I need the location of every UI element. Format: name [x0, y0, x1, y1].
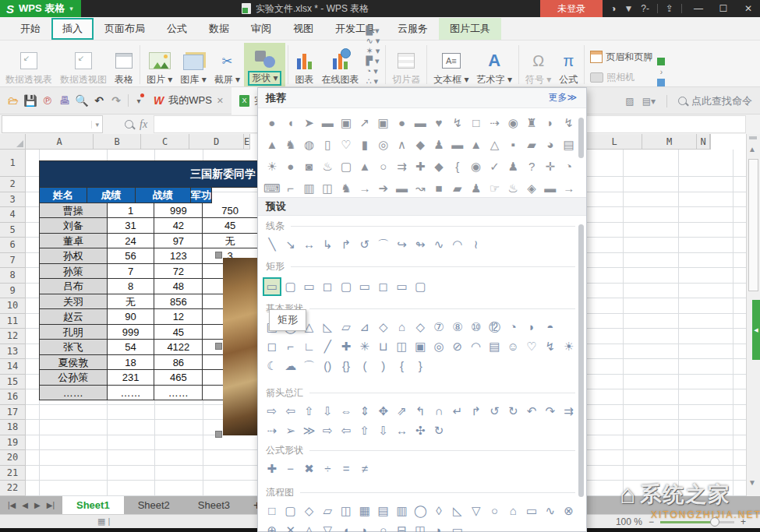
select-all-corner[interactable]	[0, 134, 26, 150]
shape-glyph[interactable]: ◇	[374, 317, 393, 337]
row-header[interactable]: 10	[0, 298, 26, 314]
shape-glyph[interactable]: ↯	[448, 113, 467, 133]
cell-score[interactable]: 无	[108, 294, 155, 310]
shape-glyph[interactable]: ▢	[411, 277, 429, 297]
mini-chart-button[interactable]: ✶ ▾	[366, 46, 380, 56]
shape-glyph[interactable]: ↶	[522, 401, 541, 421]
help-icon[interactable]: ?-	[641, 3, 649, 14]
shape-glyph[interactable]: ▤	[486, 336, 504, 357]
column-header[interactable]	[710, 134, 711, 150]
shape-glyph[interactable]: ☀	[560, 336, 578, 357]
shape-glyph[interactable]: △	[300, 520, 319, 532]
print-preview-icon[interactable]: 🔍	[73, 94, 90, 107]
shape-glyph[interactable]: ⊟	[393, 520, 412, 532]
login-button[interactable]: 未登录	[540, 0, 603, 17]
shape-glyph[interactable]: ⇦	[337, 421, 355, 441]
row-header[interactable]: 16	[0, 389, 26, 405]
cell-battle[interactable]: 86	[154, 355, 203, 371]
shape-glyph[interactable]: ⊗	[560, 501, 578, 521]
cell-battle[interactable]: 97	[154, 234, 203, 249]
shape-glyph[interactable]: ◫	[393, 336, 412, 357]
shape-glyph[interactable]: ▭	[448, 520, 467, 532]
shape-glyph[interactable]: ◉	[504, 113, 522, 133]
menu-tab[interactable]: 数据	[198, 18, 240, 40]
row-header[interactable]: 1	[0, 150, 26, 177]
grid-row[interactable]	[587, 192, 746, 208]
shape-glyph[interactable]: ()	[318, 356, 337, 376]
row-header[interactable]: 2	[0, 177, 26, 192]
shape-glyph[interactable]: ✚	[411, 157, 429, 177]
shape-glyph[interactable]: ⇩	[374, 421, 393, 441]
shape-glyph[interactable]: ⇉	[393, 157, 412, 177]
skin-icon[interactable]: ▼	[624, 3, 633, 14]
column-header[interactable]: N	[697, 134, 710, 150]
collapse-ribbon-icon[interactable]: ›	[660, 68, 663, 76]
row-header[interactable]: 3	[0, 192, 26, 208]
shape-glyph[interactable]: ⇗	[393, 401, 412, 421]
cell-score[interactable]: 1	[108, 203, 155, 219]
shape-glyph[interactable]: ⊿	[355, 317, 374, 337]
menu-tab[interactable]: 审阅	[240, 18, 282, 40]
picture-button[interactable]: 图片 ▾	[143, 43, 176, 86]
close-tab-icon[interactable]: ✕	[217, 96, 224, 106]
grid-row[interactable]	[587, 253, 746, 269]
shape-glyph[interactable]: ⌂	[504, 501, 522, 521]
selection-handle[interactable]	[215, 343, 222, 350]
shape-glyph[interactable]: ▢	[281, 277, 300, 297]
shape-glyph[interactable]: ◇	[411, 317, 429, 337]
shape-glyph[interactable]: (	[355, 356, 374, 376]
shape-glyph[interactable]: ▱	[318, 501, 337, 521]
shape-glyph[interactable]: ↝	[411, 178, 429, 199]
shape-glyph[interactable]: ♞	[337, 178, 355, 199]
shape-glyph[interactable]: ✖	[300, 459, 319, 479]
slicer-button[interactable]: 切片器	[388, 43, 424, 86]
cell-name[interactable]: 孙权	[40, 248, 108, 264]
mini-chart-button[interactable]: ▙ ▾	[366, 26, 380, 36]
cell-score[interactable]: 999	[108, 325, 155, 340]
shape-glyph[interactable]: ▦	[355, 501, 374, 521]
shape-glyph[interactable]: ◠	[467, 336, 486, 357]
table-header-cell[interactable]: 战绩	[136, 188, 191, 203]
cell-name[interactable]: 孙策	[40, 264, 108, 280]
shape-glyph[interactable]: {	[448, 157, 467, 177]
shape-glyph[interactable]: ♟	[467, 178, 486, 199]
shape-glyph[interactable]: ☞	[486, 178, 504, 199]
cell-battle[interactable]: 12	[154, 309, 203, 325]
grid-row[interactable]	[587, 238, 746, 253]
shape-glyph[interactable]: ◖	[337, 520, 355, 532]
cell-battle[interactable]: 123	[154, 248, 203, 264]
shape-glyph[interactable]: ⌂	[393, 317, 412, 337]
cell-name[interactable]: 曹操	[40, 203, 108, 219]
shape-glyph[interactable]: ⇕	[355, 401, 374, 421]
row-header[interactable]: 15	[0, 375, 26, 390]
shape-glyph[interactable]: ÷	[318, 459, 337, 479]
shape-glyph[interactable]: ▢	[337, 277, 355, 297]
shape-glyph[interactable]: ▢	[337, 157, 355, 177]
side-panel-tab[interactable]: ◀	[752, 300, 760, 360]
shape-glyph[interactable]: ▪	[504, 135, 522, 155]
shape-glyph[interactable]: )	[374, 356, 393, 376]
shape-glyph[interactable]: ▬	[318, 113, 337, 133]
cell-score[interactable]: 56	[108, 248, 155, 264]
inserted-picture[interactable]	[223, 258, 257, 435]
grid-row[interactable]	[26, 435, 257, 451]
shape-glyph[interactable]: ◫	[318, 178, 337, 199]
cell-score[interactable]: 54	[108, 340, 155, 355]
grid-row[interactable]	[587, 389, 746, 405]
shape-glyph[interactable]: □	[263, 501, 281, 521]
shape-glyph[interactable]: ↗	[355, 113, 374, 133]
video-icon[interactable]	[657, 79, 665, 86]
shape-glyph[interactable]: {	[393, 356, 412, 376]
shape-glyph[interactable]: =	[337, 459, 355, 479]
grid-row[interactable]	[587, 450, 746, 466]
grid-row[interactable]	[587, 420, 746, 435]
shape-glyph[interactable]: ∩	[429, 401, 448, 421]
shape-glyph[interactable]: ☺	[504, 336, 522, 357]
shape-glyph[interactable]: ◓	[541, 317, 560, 337]
shape-glyph[interactable]: ➔	[374, 178, 393, 199]
shape-glyph[interactable]: ↺	[486, 401, 504, 421]
grid-row[interactable]	[587, 268, 746, 284]
name-box-caret-icon[interactable]: ▾	[91, 121, 102, 129]
shape-glyph[interactable]: ⇢	[486, 113, 504, 133]
cell-battle[interactable]: 999	[154, 203, 203, 219]
